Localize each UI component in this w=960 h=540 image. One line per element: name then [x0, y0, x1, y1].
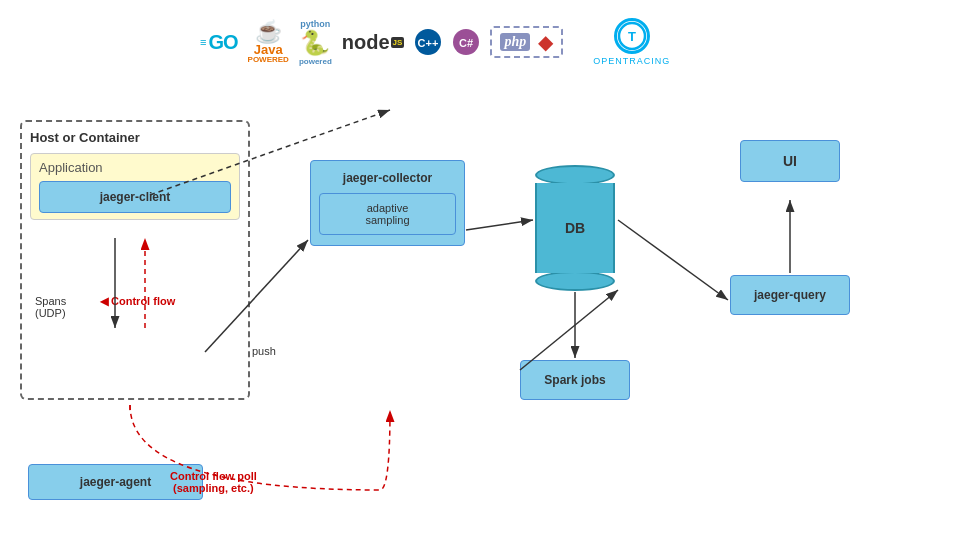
host-label: Host or Container — [30, 130, 240, 145]
adaptive-sampling-box: adaptive sampling — [319, 193, 456, 235]
ui-box: UI — [740, 140, 840, 182]
control-flow-label: ◀ Control flow — [100, 295, 175, 308]
control-flow-poll-label: Control flow poll (sampling, etc.) — [170, 470, 257, 494]
ruby-logo: ◆ — [538, 30, 553, 54]
svg-text:C#: C# — [459, 37, 473, 49]
csharp-icon: C# — [452, 28, 480, 56]
svg-line-14 — [466, 220, 533, 230]
csharp-logo: C# — [452, 28, 480, 56]
opentracing-logo: T OPENTRACING — [593, 18, 670, 66]
db-cylinder: DB — [535, 165, 615, 291]
svg-line-15 — [618, 220, 728, 300]
application-box: Application jaeger-client — [30, 153, 240, 220]
python-logo: python 🐍 powered — [299, 19, 332, 66]
cylinder-body: DB — [535, 183, 615, 273]
cpp-logo: C++ — [414, 28, 442, 56]
spans-label: Spans (UDP) — [35, 295, 66, 319]
host-container-box: Host or Container Application jaeger-cli… — [20, 120, 250, 400]
opentracing-icon: T — [617, 21, 647, 51]
go-logo: ≡ GO — [200, 31, 238, 54]
diagram: Host or Container Application jaeger-cli… — [0, 90, 960, 530]
cpp-icon: C++ — [414, 28, 442, 56]
jaeger-collector-label: jaeger-collector — [319, 171, 456, 185]
java-logo: ☕ Java POWERED — [248, 21, 289, 64]
php-logo: php ◆ — [490, 26, 563, 58]
svg-text:T: T — [628, 29, 636, 44]
cylinder-bottom — [535, 271, 615, 291]
svg-text:C++: C++ — [418, 37, 439, 49]
db-label: DB — [565, 220, 585, 236]
spark-jobs-box: Spark jobs — [520, 360, 630, 400]
jaeger-client-box: jaeger-client — [39, 181, 231, 213]
svg-line-17 — [520, 290, 618, 370]
cylinder-top — [535, 165, 615, 185]
node-logo: node JS — [342, 31, 405, 54]
logos-bar: ≡ GO ☕ Java POWERED python 🐍 powered nod… — [200, 18, 670, 66]
app-label: Application — [39, 160, 231, 175]
jaeger-query-box: jaeger-query — [730, 275, 850, 315]
jaeger-collector-box: jaeger-collector adaptive sampling — [310, 160, 465, 246]
push-label: push — [252, 345, 276, 357]
